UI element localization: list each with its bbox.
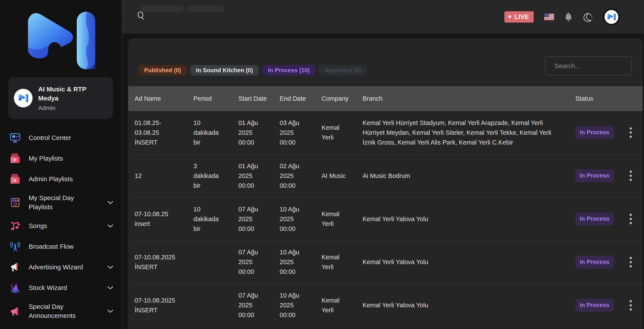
cell-status: In Process (569, 111, 621, 154)
sidebar-item-label: Control Center (29, 133, 71, 142)
sidebar-item-label: Admin Playlists (29, 174, 73, 184)
cell-company: Kemal Yerli (315, 111, 356, 154)
column-header-company: Company (315, 86, 356, 111)
megaphone-pink-icon (10, 306, 21, 317)
table-row[interactable]: 07-10.08.25 insert10 dakikada bir07 Ağu … (128, 198, 643, 241)
filter-tab-approved[interactable]: Approved (0) (319, 65, 366, 75)
filter-tab-process[interactable]: In Process (10) (262, 65, 315, 75)
megaphone-red-icon (10, 262, 21, 273)
cell-end-date: 10 Ağu 2025 00:00 (273, 241, 315, 284)
control-center-icon (10, 132, 21, 143)
table-search-box[interactable] (545, 56, 632, 75)
status-badge: In Process (576, 212, 614, 226)
sidebar-item-advertising-wizard[interactable]: Advertising Wizard (10, 261, 113, 274)
profile-avatar (14, 89, 32, 107)
chevron-down-icon[interactable] (107, 224, 113, 228)
table-row[interactable]: 01.08.25-03.08.25 İNSERT10 dakikada bir0… (128, 111, 643, 154)
brand-logo-icon (607, 13, 616, 21)
row-actions-kebab-icon[interactable] (628, 171, 634, 181)
app-root: AI Music & RTP Medya Admin Control Cente… (0, 0, 644, 329)
column-header-start-date: Start Date (232, 86, 273, 111)
column-header-status: Status (569, 86, 621, 111)
clapperboard-icon (10, 197, 21, 208)
chevron-down-icon[interactable] (107, 286, 113, 290)
chevron-down-icon[interactable] (107, 265, 113, 269)
filter-tab-published[interactable]: Published (0) (138, 65, 187, 75)
chevron-down-icon[interactable] (107, 201, 113, 204)
cell-period: 10 dakikada bir (187, 198, 232, 241)
cell-branch: Kemal Yerli Yalova Yolu (356, 241, 569, 284)
card-header: Published (0)In Sound Kitchen (0)In Proc… (128, 38, 643, 86)
profile-name: AI Music & RTP Medya (38, 85, 107, 103)
cell-period: 3 dakikada bir (187, 154, 232, 198)
cell-start-date: 01 Ağu 2025 00:00 (232, 111, 273, 154)
cell-status: In Process (569, 241, 621, 284)
sidebar-item-label: My Playlists (29, 154, 63, 163)
row-actions-kebab-icon[interactable] (628, 300, 634, 311)
sidebar-item-my-special-day-playlists[interactable]: My Special Day Playlists (10, 193, 113, 212)
language-flag-us-icon[interactable] (544, 13, 554, 20)
content-card: Published (0)In Sound Kitchen (0)In Proc… (128, 38, 643, 329)
table-search-input[interactable] (554, 62, 638, 70)
sidebar-item-broadcast-flow[interactable]: Broadcast Flow (10, 240, 113, 253)
cell-ad-name: 07-10.08.25 insert (128, 198, 187, 241)
cell-ad-name: 07-10.08.2025 İNSERT (128, 284, 187, 327)
cell-end-date: 03 Ağu 2025 00:00 (273, 111, 315, 154)
cell-ad-name: 12 (128, 154, 187, 198)
topbar-ghost-item-2 (187, 5, 224, 13)
cell-branch: Kemal Yerli Yalova Yolu (356, 284, 569, 327)
row-actions-kebab-icon[interactable] (628, 257, 634, 267)
cell-branch: Ai Music Bodrum (356, 154, 569, 198)
ads-table: Ad NamePeriodStart DateEnd DateCompanyBr… (128, 86, 643, 327)
chevron-down-icon[interactable] (107, 310, 113, 313)
live-dot-icon (508, 15, 511, 18)
row-actions-kebab-icon[interactable] (628, 127, 634, 138)
column-header-actions (621, 86, 643, 111)
dark-mode-moon-icon[interactable] (583, 12, 593, 22)
sidebar-item-label: Advertising Wizard (29, 263, 83, 272)
row-actions-kebab-icon[interactable] (628, 214, 634, 224)
table-row[interactable]: 07-10.08.2025 İNSERT07 Ağu 2025 00:0010 … (128, 284, 643, 327)
cell-company: AI Music (315, 154, 356, 198)
sidebar-item-admin-playlists[interactable]: Admin Playlists (10, 173, 113, 185)
cell-status: In Process (569, 154, 621, 198)
topbar: LIVE (122, 0, 644, 34)
user-avatar[interactable] (603, 9, 620, 25)
column-header-period: Period (187, 86, 232, 111)
cell-ad-name: 07-10.08.2025 İNSERT (128, 241, 187, 284)
live-label: LIVE (514, 13, 529, 20)
sidebar-item-stock-wizard[interactable]: Stock Wizard (10, 282, 113, 294)
cell-start-date: 01 Ağu 2025 00:00 (232, 154, 273, 198)
status-filter-tabs: Published (0)In Sound Kitchen (0)In Proc… (138, 65, 366, 75)
topbar-ghost-item-1 (140, 4, 184, 12)
sidebar-item-label: Special Day Announcements (29, 302, 100, 320)
sidebar-item-label: Broadcast Flow (29, 242, 74, 251)
live-badge[interactable]: LIVE (504, 11, 534, 22)
sidebar-item-control-center[interactable]: Control Center (10, 131, 113, 144)
status-badge: In Process (576, 299, 614, 312)
status-badge: In Process (576, 126, 614, 139)
cell-actions (621, 284, 643, 327)
cell-period: 10 dakikada bir (187, 111, 232, 154)
playlist-icon (10, 173, 21, 185)
cell-company: Kemal Yerli (315, 198, 356, 241)
wizard-hat-icon (10, 282, 21, 294)
sidebar-item-special-day-announcements[interactable]: Special Day Announcements (10, 302, 113, 320)
app-logo (17, 8, 104, 73)
cell-company: Kemal Yerli (315, 284, 356, 327)
filter-tab-kitchen[interactable]: In Sound Kitchen (0) (190, 65, 259, 75)
cell-period (187, 241, 232, 284)
sidebar-item-songs[interactable]: Songs (10, 220, 113, 232)
brand-logo-icon (18, 93, 29, 103)
sidebar-item-my-playlists[interactable]: My Playlists (10, 152, 113, 165)
profile-text: AI Music & RTP Medya Admin (38, 85, 107, 112)
cell-actions (621, 111, 643, 154)
table-row[interactable]: 123 dakikada bir01 Ağu 2025 00:0002 Ağu … (128, 154, 643, 198)
table-header: Ad NamePeriodStart DateEnd DateCompanyBr… (128, 86, 643, 111)
notifications-bell-icon[interactable] (564, 12, 572, 22)
cell-period (187, 284, 232, 327)
topbar-search-icon[interactable] (137, 11, 144, 21)
profile-card[interactable]: AI Music & RTP Medya Admin (8, 77, 113, 119)
main-area: LIVE (122, 0, 644, 329)
table-row[interactable]: 07-10.08.2025 İNSERT07 Ağu 2025 00:0010 … (128, 241, 643, 284)
